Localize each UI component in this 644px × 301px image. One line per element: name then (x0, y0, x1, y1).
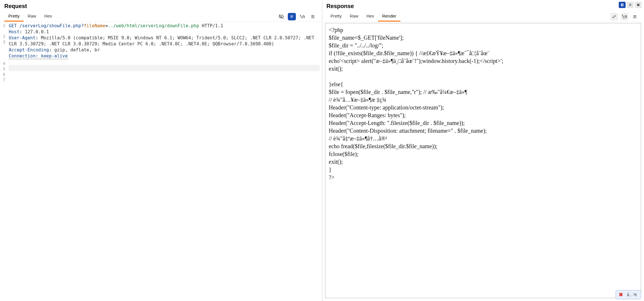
newline-icon[interactable]: \n (299, 13, 306, 20)
request-tabs: Pretty Raw Hex \n (0, 9, 322, 22)
tab-pretty-response[interactable]: Pretty (327, 12, 346, 22)
response-tabs: Pretty Raw Hex Render \n (322, 9, 644, 22)
menu-icon-response[interactable] (631, 13, 639, 20)
line-number: 2 (3, 34, 5, 39)
code-line[interactable] (9, 59, 319, 65)
request-editor[interactable]: 1234567 GET /serverLog/showFile.php?file… (0, 22, 322, 301)
pause-button[interactable] (619, 2, 626, 8)
svg-rect-0 (621, 3, 622, 6)
visibility-off-icon[interactable] (277, 13, 285, 20)
tab-raw-response[interactable]: Raw (346, 12, 363, 22)
request-panel: Request Pretty Raw Hex \n 1 (0, 0, 322, 301)
response-header: Response (322, 0, 644, 9)
response-toolbar: \n (610, 13, 640, 20)
code-line[interactable]: Connection: keep-alive (9, 53, 319, 59)
response-actions: = (619, 2, 642, 8)
response-panel: = Response Pretty Raw Hex Render \n <?ph… (322, 0, 644, 301)
menu-icon[interactable] (309, 13, 317, 20)
tab-render-response[interactable]: Render (378, 12, 400, 22)
format-icon[interactable] (288, 13, 296, 20)
tab-hex-response[interactable]: Hex (363, 12, 378, 22)
response-render[interactable]: <?php $file_name=$_GET['fileName']; $fil… (325, 23, 641, 298)
close-pill[interactable]: ✖ å…³é (616, 290, 641, 299)
request-toolbar: \n (277, 13, 318, 20)
svg-rect-2 (637, 4, 639, 6)
svg-rect-1 (622, 3, 623, 6)
code-line[interactable]: Accept-Encoding: gzip, deflate, br (9, 47, 319, 53)
line-number: 7 (3, 77, 5, 83)
close-pill-label: å…³é (627, 292, 637, 297)
equals-button[interactable]: = (627, 2, 634, 8)
code-line[interactable]: GET /serverLog/showFile.php?fileName=../… (9, 23, 319, 29)
line-number: 1 (3, 23, 5, 34)
request-code[interactable]: GET /serverLog/showFile.php?fileName=../… (7, 22, 322, 301)
tab-hex[interactable]: Hex (40, 12, 56, 22)
line-number: 5 (3, 66, 5, 72)
gutter: 1234567 (0, 22, 7, 301)
code-line[interactable] (9, 65, 319, 71)
wrap-arrows-icon[interactable] (610, 13, 618, 20)
code-line[interactable]: Host: 127.0.0.1 (9, 29, 319, 35)
code-line[interactable]: User-Agent: Mozilla/5.0 (compatible; MSI… (9, 35, 319, 47)
line-number: 6 (3, 72, 5, 77)
request-header: Request (0, 0, 322, 9)
close-icon[interactable]: ✖ (619, 292, 623, 298)
stop-button[interactable] (635, 2, 642, 8)
request-title: Request (4, 3, 27, 9)
tab-pretty[interactable]: Pretty (4, 12, 24, 22)
tab-raw[interactable]: Raw (24, 12, 40, 22)
line-number: 3 (3, 39, 5, 61)
response-title: Response (327, 3, 354, 9)
newline-icon-response[interactable]: \n (621, 13, 628, 20)
line-number: 4 (3, 61, 5, 66)
